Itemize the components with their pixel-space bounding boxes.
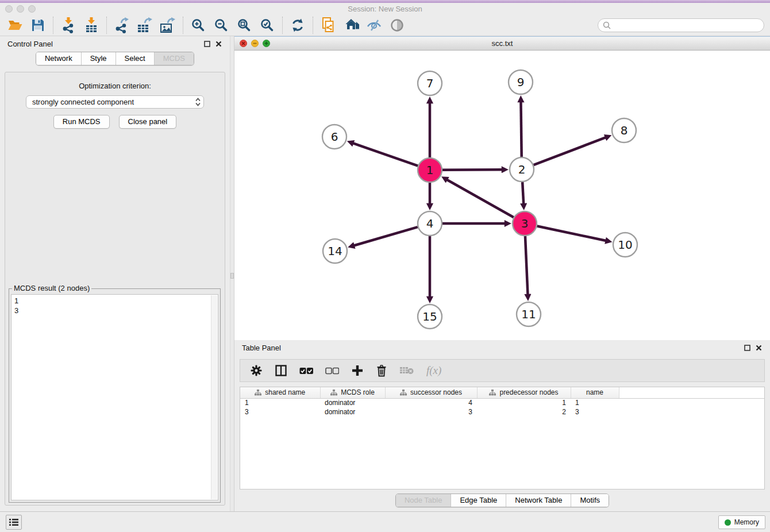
show-all-networks-button[interactable] xyxy=(340,16,363,35)
float-window-icon xyxy=(204,41,210,47)
save-session-button[interactable] xyxy=(26,16,49,35)
tab-network[interactable]: Network xyxy=(36,52,81,65)
tab-mcds[interactable]: MCDS xyxy=(154,52,194,65)
table-row[interactable]: 3 dominator 3 2 3 xyxy=(240,407,764,417)
clone-network-button[interactable] xyxy=(317,16,340,35)
control-panel-tabs: Network Style Select MCDS xyxy=(0,52,230,65)
graph-edge-3-11[interactable] xyxy=(525,236,528,295)
window-title: Session: New Session xyxy=(0,5,770,13)
zoom-fit-icon xyxy=(237,18,252,33)
graph-node-label: 10 xyxy=(618,238,632,252)
show-hide-button[interactable] xyxy=(386,16,409,35)
panel-splitter[interactable] xyxy=(230,36,234,511)
toolbar-separator xyxy=(313,17,313,34)
function-builder-button[interactable]: f(x) xyxy=(426,364,441,377)
cell-predecessor-nodes[interactable]: 2 xyxy=(477,407,571,417)
homes-icon xyxy=(342,18,360,32)
add-column-button[interactable] xyxy=(351,364,364,377)
export-image-button[interactable] xyxy=(156,16,179,35)
zoom-selected-button[interactable] xyxy=(256,16,279,35)
mcds-result-line: 1 xyxy=(14,296,215,306)
network-frame-titlebar[interactable]: scc.txt xyxy=(234,37,770,51)
graph-edge-1-6[interactable] xyxy=(353,143,418,166)
apply-layout-button[interactable] xyxy=(286,16,309,35)
status-bar: Memory xyxy=(0,511,770,532)
import-table-button[interactable] xyxy=(80,16,103,35)
column-header-mcds-role[interactable]: MCDS role xyxy=(320,387,385,398)
tab-motifs[interactable]: Motifs xyxy=(571,494,609,507)
column-header-name[interactable]: name xyxy=(571,387,619,398)
column-header-shared-name[interactable]: shared name xyxy=(240,387,320,398)
network-canvas[interactable]: 1234678910111415 xyxy=(234,51,770,340)
graph-edge-2-8[interactable] xyxy=(534,137,606,165)
cell-shared-name[interactable]: 3 xyxy=(240,407,320,417)
table-toolbar: f(x) xyxy=(240,359,765,382)
close-icon xyxy=(215,41,222,47)
cell-successor-nodes[interactable]: 3 xyxy=(385,407,477,417)
memory-button[interactable]: Memory xyxy=(718,515,765,529)
cell-name[interactable]: 1 xyxy=(571,398,619,407)
toolbar-separator xyxy=(183,17,183,34)
style-eye-icon xyxy=(366,18,382,32)
float-panel-button[interactable] xyxy=(202,40,211,48)
graph-edge-3-1[interactable] xyxy=(447,180,514,218)
zoom-in-button[interactable] xyxy=(187,16,210,35)
cell-predecessor-nodes[interactable]: 1 xyxy=(477,398,571,407)
control-panel-title: Control Panel xyxy=(7,40,53,48)
graph-node-label: 1 xyxy=(426,163,434,177)
zoom-selected-icon xyxy=(260,18,275,33)
delete-table-button[interactable] xyxy=(399,366,414,375)
tab-network-table[interactable]: Network Table xyxy=(506,494,571,507)
zoom-out-icon xyxy=(214,18,229,33)
graph-node-label: 6 xyxy=(331,130,338,144)
graph-edge-3-10[interactable] xyxy=(537,226,606,241)
splitter-grip[interactable] xyxy=(230,273,234,279)
search-input[interactable] xyxy=(598,18,764,32)
export-network-icon xyxy=(114,17,130,33)
cell-mcds-role[interactable]: dominator xyxy=(320,398,385,407)
import-network-button[interactable] xyxy=(57,16,80,35)
table-options-button[interactable] xyxy=(250,364,263,377)
close-panel-button-mcds[interactable]: Close panel xyxy=(119,115,177,129)
open-session-button[interactable] xyxy=(3,16,26,35)
float-window-icon xyxy=(744,345,750,351)
result-scrollbar[interactable] xyxy=(211,295,217,499)
column-visibility-button[interactable] xyxy=(275,364,287,377)
cell-shared-name[interactable]: 1 xyxy=(240,398,320,407)
column-header-successor-nodes[interactable]: successor nodes xyxy=(385,387,477,398)
cell-successor-nodes[interactable]: 4 xyxy=(385,398,477,407)
export-network-button[interactable] xyxy=(110,16,133,35)
graph-edge-2-9[interactable] xyxy=(521,102,521,157)
column-header-predecessor-nodes[interactable]: predecessor nodes xyxy=(477,387,571,398)
cell-mcds-role[interactable]: dominator xyxy=(320,407,385,417)
export-table-button[interactable] xyxy=(133,16,156,35)
criterion-select[interactable]: strongly connected component xyxy=(26,95,204,109)
zoom-fit-button[interactable] xyxy=(233,16,256,35)
graph-edge-2-3[interactable] xyxy=(522,182,523,204)
close-panel-button[interactable] xyxy=(214,40,223,48)
graph-edge-4-14[interactable] xyxy=(354,227,418,245)
table-row[interactable]: 1 dominator 4 1 1 xyxy=(240,398,764,407)
delete-columns-button[interactable] xyxy=(376,364,387,377)
task-history-button[interactable] xyxy=(6,515,22,530)
tab-edge-table[interactable]: Edge Table xyxy=(451,494,506,507)
float-table-panel-button[interactable] xyxy=(742,344,752,352)
tab-node-table[interactable]: Node Table xyxy=(396,494,451,507)
close-table-panel-button[interactable] xyxy=(754,344,763,352)
tree-icon xyxy=(330,390,337,396)
mcds-result-text[interactable]: 1 3 xyxy=(11,294,218,500)
select-all-rows-button[interactable] xyxy=(299,367,313,375)
toggle-styles-button[interactable] xyxy=(363,16,386,35)
deselect-all-rows-button[interactable] xyxy=(325,367,339,375)
graph-node-label: 4 xyxy=(426,217,434,230)
tab-style[interactable]: Style xyxy=(81,52,116,65)
graph-edge-1-2[interactable] xyxy=(442,169,502,170)
zoom-out-button[interactable] xyxy=(210,16,233,35)
tab-select[interactable]: Select xyxy=(116,52,154,65)
network-view-frame: scc.txt 1234678910111415 xyxy=(234,36,770,340)
graph-node-label: 15 xyxy=(422,310,437,323)
cell-name[interactable]: 3 xyxy=(571,407,619,417)
save-disk-icon xyxy=(31,18,45,32)
run-mcds-button[interactable]: Run MCDS xyxy=(53,115,110,129)
plus-icon xyxy=(351,364,364,377)
